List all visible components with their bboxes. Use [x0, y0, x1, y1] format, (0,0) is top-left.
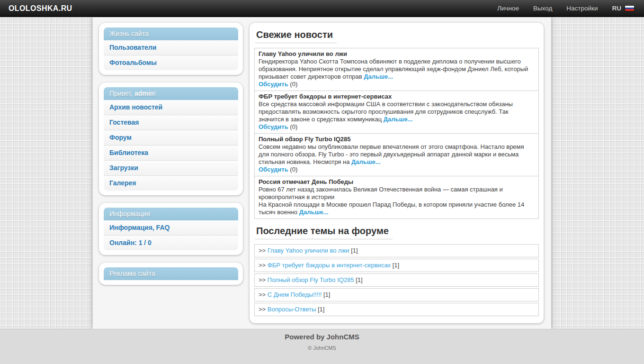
discuss-link[interactable]: Обсудить: [259, 81, 288, 88]
forum-topic-row: >> Вопросы-Ответы [1]: [254, 303, 539, 316]
topbar: OLOLOSHKA.RU ЛичноеВыходНастройки RU: [0, 0, 644, 17]
more-link[interactable]: Дальше...: [299, 209, 329, 216]
news-item: Полный обзор Fly Turbo IQ285Совсем недав…: [255, 134, 538, 176]
sidebar-item[interactable]: Загрузки: [104, 161, 238, 176]
topbar-nav: ЛичноеВыходНастройки: [497, 5, 598, 12]
news-title: Главу Yahoo уличили во лжи: [259, 50, 535, 58]
sidebar-item[interactable]: Библиотека: [104, 146, 238, 161]
forum-topic-link[interactable]: ФБР требует бэкдоры в интернет-сервисах: [268, 262, 391, 269]
more-link[interactable]: Дальше...: [364, 73, 393, 80]
more-link[interactable]: Дальше...: [351, 158, 381, 165]
topbar-link[interactable]: Личное: [497, 5, 519, 12]
sidebar-item[interactable]: Фотоальбомы: [104, 55, 238, 70]
page-wrapper: Жизнь сайтаПользователиФотоальбомыПривет…: [93, 17, 551, 329]
discuss-link[interactable]: Обсудить: [259, 123, 288, 130]
news-item: ФБР требует бэкдоры в интернет-сервисахВ…: [255, 91, 538, 134]
discuss-link[interactable]: Обсудить: [259, 166, 288, 173]
more-link[interactable]: Дальше...: [384, 116, 413, 123]
sidebar-item[interactable]: Галерея: [104, 176, 238, 191]
sidebar-block: ИнформацияИнформация, FAQОнлайн: 1 / 0: [99, 203, 243, 255]
russia-flag-icon: [625, 5, 635, 11]
sidebar-item[interactable]: Гостевая: [104, 115, 238, 130]
sidebar-block-title: Реклама сайта: [104, 267, 238, 280]
topbar-link[interactable]: Настройки: [566, 5, 598, 12]
footer: Powered by JohnCMS © JohnCMS: [0, 329, 644, 364]
news-title: Россия отмечает День Победы: [259, 178, 535, 186]
forum-topic-row: >> ФБР требует бэкдоры в интернет-сервис…: [254, 259, 539, 272]
sidebar-block-title: Привет, admin!: [104, 87, 238, 100]
news-discuss: Обсудить (0): [259, 123, 535, 131]
powered-by: Powered by JohnCMS: [0, 333, 644, 341]
sidebar-item[interactable]: Онлайн: 1 / 0: [104, 236, 238, 250]
forum-topic-link[interactable]: С Днем Победы!!!!!: [268, 291, 322, 298]
sidebar-item[interactable]: Информация, FAQ: [104, 220, 238, 236]
forum-topic-row: >> С Днем Победы!!!!! [1]: [254, 288, 539, 301]
news-discuss: Обсудить (0): [259, 81, 535, 88]
news-discuss: Обсудить (0): [259, 166, 535, 173]
forum-topic-link[interactable]: Полный обзор Fly Turbo IQ285: [268, 276, 354, 283]
news-list: Главу Yahoo уличили во лжиГендиректора Y…: [254, 48, 539, 219]
topic-reply-count: [1]: [354, 276, 363, 283]
sidebar-item[interactable]: Архив новостей: [104, 100, 238, 115]
news-body: Все средства массовой информации США в с…: [259, 100, 535, 123]
news-body: Совсем недавно мы опубликовали первые вп…: [259, 143, 535, 166]
topic-prefix: >>: [259, 291, 268, 298]
topic-prefix: >>: [259, 276, 268, 283]
news-item: Главу Yahoo уличили во лжиГендиректора Y…: [255, 48, 538, 91]
sidebar-block: Жизнь сайтаПользователиФотоальбомы: [99, 23, 243, 75]
sidebar-block: Привет, admin!Архив новостейГостеваяФору…: [99, 82, 243, 195]
topic-reply-count: [1]: [322, 291, 330, 298]
sidebar-block-title: Жизнь сайта: [104, 27, 238, 40]
news-title: Полный обзор Fly Turbo IQ285: [259, 136, 535, 143]
forum-topic-link[interactable]: Главу Yahoo уличили во лжи: [268, 247, 349, 254]
forum-topic-row: >> Полный обзор Fly Turbo IQ285 [1]: [254, 273, 539, 287]
topic-prefix: >>: [259, 262, 268, 269]
news-item: Россия отмечает День ПобедыРовно 67 лет …: [255, 176, 538, 218]
language-label: RU: [612, 5, 622, 12]
sidebar-item[interactable]: Форум: [104, 130, 238, 146]
forum-topic-link[interactable]: Вопросы-Ответы: [268, 306, 316, 313]
forum-topic-row: >> Главу Yahoo уличили во лжи [1]: [254, 244, 539, 257]
topic-reply-count: [1]: [316, 306, 324, 313]
site-brand[interactable]: OLOLOSHKA.RU: [9, 4, 72, 13]
forum-topic-list: >> Главу Yahoo уличили во лжи [1]>> ФБР …: [254, 244, 539, 316]
topbar-link[interactable]: Выход: [533, 5, 552, 12]
copyright: © JohnCMS: [0, 345, 644, 351]
sidebar-item[interactable]: Пользователи: [104, 40, 238, 55]
sidebar-block: Реклама сайта: [99, 263, 243, 285]
username: admin: [134, 90, 154, 97]
sidebar-block-title: Информация: [104, 208, 238, 220]
page-background: Жизнь сайтаПользователиФотоальбомыПривет…: [0, 17, 644, 329]
topic-prefix: >>: [259, 247, 268, 254]
news-section-title: Свежие новости: [255, 29, 337, 43]
main-content: Свежие новости Главу Yahoo уличили во лж…: [250, 23, 544, 323]
topic-prefix: >>: [259, 306, 268, 313]
sidebar: Жизнь сайтаПользователиФотоальбомыПривет…: [99, 23, 243, 292]
news-title: ФБР требует бэкдоры в интернет-сервисах: [259, 93, 535, 100]
news-body: На Красной площади в Москве прошел Парад…: [259, 201, 535, 216]
news-body: Гендиректора Yahoo Скотта Томпсона обвин…: [259, 58, 535, 81]
language-switcher[interactable]: RU: [612, 5, 635, 12]
forum-section-title: Последние темы на форуме: [255, 226, 393, 239]
topic-reply-count: [1]: [349, 247, 358, 254]
news-body: Ровно 67 лет назад закончилась Великая О…: [259, 186, 535, 201]
topic-reply-count: [1]: [391, 262, 399, 269]
